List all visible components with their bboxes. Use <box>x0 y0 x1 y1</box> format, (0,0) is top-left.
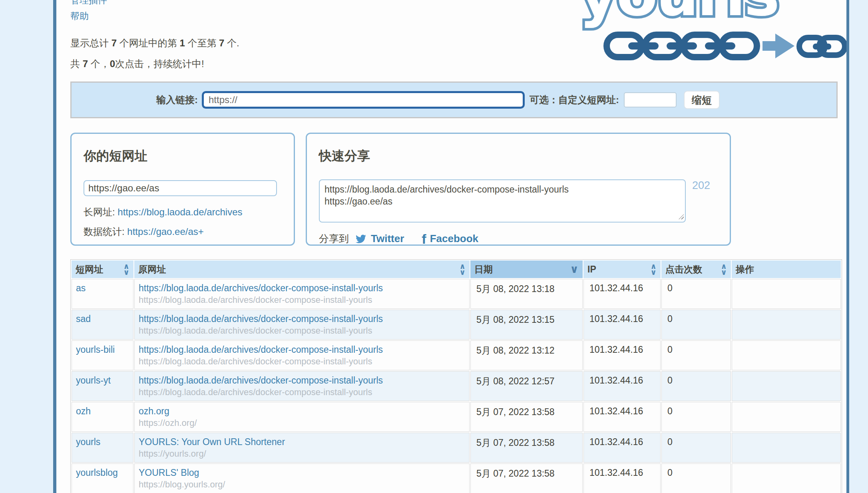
date-cell: 5月 08, 2022 12:57 <box>470 371 583 401</box>
links-table: 短网址 ∧∨ 原网址 ∧∨ 日期 ∨ <box>70 259 842 493</box>
long-url-plain: https://ozh.org/ <box>139 418 465 428</box>
totals-text: 共 7 个，0次点击，持续统计中! <box>70 58 839 70</box>
long-url-link[interactable]: https://blog.laoda.de/archives/docker-co… <box>139 283 383 293</box>
clicks-cell: 0 <box>661 433 731 463</box>
ip-cell: 101.32.44.16 <box>583 310 661 340</box>
long-url-link[interactable]: ozh.org <box>139 406 169 416</box>
date-cell: 5月 08, 2022 13:12 <box>470 340 583 370</box>
short-url-link[interactable]: ozh <box>76 406 91 416</box>
url-input-label: 输入链接: <box>156 93 198 106</box>
sort-desc-icon[interactable]: ∨ <box>651 269 657 275</box>
table-row: yourls YOURLS: Your Own URL Shortenerhtt… <box>72 433 841 463</box>
quick-share-box: 快速分享 https://blog.laoda.de/archives/dock… <box>306 133 731 246</box>
display-range-text: 显示总计 7 个网址中的第 1 个至第 7 个. <box>70 37 839 50</box>
sort-url[interactable]: ∧∨ <box>460 263 466 275</box>
long-url-plain: https://blog.laoda.de/archives/docker-co… <box>139 387 465 398</box>
actions-cell <box>732 433 841 463</box>
table-row: yourls-bili https://blog.laoda.de/archiv… <box>72 340 841 370</box>
main-content-panel: 管理插件 帮助 yourls <box>53 0 849 493</box>
clicks-cell: 0 <box>661 279 731 309</box>
long-url-plain: https://blog.laoda.de/archives/docker-co… <box>139 326 465 336</box>
clicks-cell: 0 <box>661 340 731 370</box>
long-url-link[interactable]: YOURLS: Your Own URL Shortener <box>139 437 285 447</box>
facebook-icon: f <box>422 234 426 244</box>
header-actions: 操作 <box>732 260 841 278</box>
short-url-link[interactable]: yourls <box>76 437 100 447</box>
sort-desc-icon[interactable]: ∨ <box>721 269 727 275</box>
actions-cell <box>732 463 841 493</box>
ip-cell: 101.32.44.16 <box>583 279 661 309</box>
custom-keyword-label: 可选：自定义短网址: <box>530 93 619 106</box>
header-keyword[interactable]: 短网址 ∧∨ <box>72 260 133 278</box>
share-to-label: 分享到 <box>319 232 349 245</box>
table-header-row: 短网址 ∧∨ 原网址 ∧∨ 日期 ∨ <box>72 260 841 278</box>
share-facebook-link[interactable]: f Facebook <box>410 233 478 245</box>
short-url-link[interactable]: yourlsblog <box>76 467 118 478</box>
quick-share-title: 快速分享 <box>319 147 718 165</box>
ip-cell: 101.32.44.16 <box>583 340 661 370</box>
ip-cell: 101.32.44.16 <box>583 371 661 401</box>
table-row: ozh ozh.orghttps://ozh.org/ 5月 07, 2022 … <box>72 402 841 432</box>
date-cell: 5月 07, 2022 13:58 <box>470 433 583 463</box>
actions-cell <box>732 279 841 309</box>
sort-keyword[interactable]: ∧∨ <box>123 263 129 275</box>
header-clicks[interactable]: 点击次数 ∧∨ <box>661 260 731 278</box>
table-row: yourls-yt https://blog.laoda.de/archives… <box>72 371 841 401</box>
table-row: sad https://blog.laoda.de/archives/docke… <box>72 310 841 340</box>
clicks-cell: 0 <box>661 310 731 340</box>
table-row: yourlsblog YOURLS' Bloghttps://blog.your… <box>72 463 841 493</box>
long-url-plain: https://yourls.org/ <box>139 449 465 459</box>
shorten-button[interactable]: 缩短 <box>684 91 720 109</box>
actions-cell <box>732 402 841 432</box>
table-row: as https://blog.laoda.de/archives/docker… <box>72 279 841 309</box>
char-count: 202 <box>692 179 710 192</box>
long-url-plain: https://blog.laoda.de/archives/docker-co… <box>139 295 465 305</box>
nav-manage-plugins-link[interactable]: 管理插件 <box>70 0 839 8</box>
date-cell: 5月 07, 2022 13:58 <box>470 402 583 432</box>
short-url-link[interactable]: yourls-yt <box>76 375 111 386</box>
actions-cell <box>732 340 841 370</box>
twitter-icon <box>354 234 367 244</box>
share-text-area[interactable]: https://blog.laoda.de/archives/docker-co… <box>319 179 686 223</box>
long-url-plain: https://blog.yourls.org/ <box>139 479 465 490</box>
short-url-link[interactable]: sad <box>76 314 91 324</box>
shorten-form-bar: 输入链接: 可选：自定义短网址: 缩短 <box>70 82 838 118</box>
admin-nav: 管理插件 帮助 <box>70 0 839 24</box>
nav-help-link[interactable]: 帮助 <box>70 8 839 24</box>
stats-url-label: 数据统计: <box>84 226 127 237</box>
ip-cell: 101.32.44.16 <box>583 402 661 432</box>
clicks-cell: 0 <box>661 371 731 401</box>
sort-clicks[interactable]: ∧∨ <box>721 263 727 275</box>
long-url-link[interactable]: https://blog.laoda.de/archives <box>117 207 242 217</box>
share-twitter-link[interactable]: Twitter <box>354 233 404 245</box>
long-url-link[interactable]: https://blog.laoda.de/archives/docker-co… <box>139 344 383 355</box>
long-url-line: 长网址: https://blog.laoda.de/archives <box>84 205 282 219</box>
short-url-link[interactable]: yourls-bili <box>76 344 115 355</box>
short-url-value-input[interactable] <box>84 180 277 196</box>
header-date[interactable]: 日期 ∨ <box>470 260 583 278</box>
actions-cell <box>732 371 841 401</box>
sort-desc-icon[interactable]: ∨ <box>460 269 466 275</box>
stats-url-link[interactable]: https://gao.ee/as+ <box>127 226 203 237</box>
actions-cell <box>732 310 841 340</box>
clicks-cell: 0 <box>661 402 731 432</box>
sort-ip[interactable]: ∧∨ <box>651 263 657 275</box>
stats-url-line: 数据统计: https://gao.ee/as+ <box>84 225 282 239</box>
long-url-link[interactable]: https://blog.laoda.de/archives/docker-co… <box>139 314 383 324</box>
header-ip[interactable]: IP ∧∨ <box>583 260 661 278</box>
date-cell: 5月 08, 2022 13:18 <box>470 279 583 309</box>
header-url[interactable]: 原网址 ∧∨ <box>134 260 470 278</box>
long-url-input[interactable] <box>202 91 525 109</box>
custom-keyword-input[interactable] <box>624 92 677 107</box>
clicks-cell: 0 <box>661 463 731 493</box>
sort-desc-active-icon[interactable]: ∨ <box>570 263 579 276</box>
sort-desc-icon[interactable]: ∨ <box>123 269 129 275</box>
long-url-link[interactable]: https://blog.laoda.de/archives/docker-co… <box>139 375 383 386</box>
ip-cell: 101.32.44.16 <box>583 433 661 463</box>
short-url-link[interactable]: as <box>76 283 86 293</box>
date-cell: 5月 07, 2022 13:58 <box>470 463 583 493</box>
ip-cell: 101.32.44.16 <box>583 463 661 493</box>
long-url-plain: https://blog.laoda.de/archives/docker-co… <box>139 356 465 367</box>
long-url-link[interactable]: YOURLS' Blog <box>139 467 199 478</box>
short-url-result-box: 你的短网址 长网址: https://blog.laoda.de/archive… <box>70 133 295 246</box>
